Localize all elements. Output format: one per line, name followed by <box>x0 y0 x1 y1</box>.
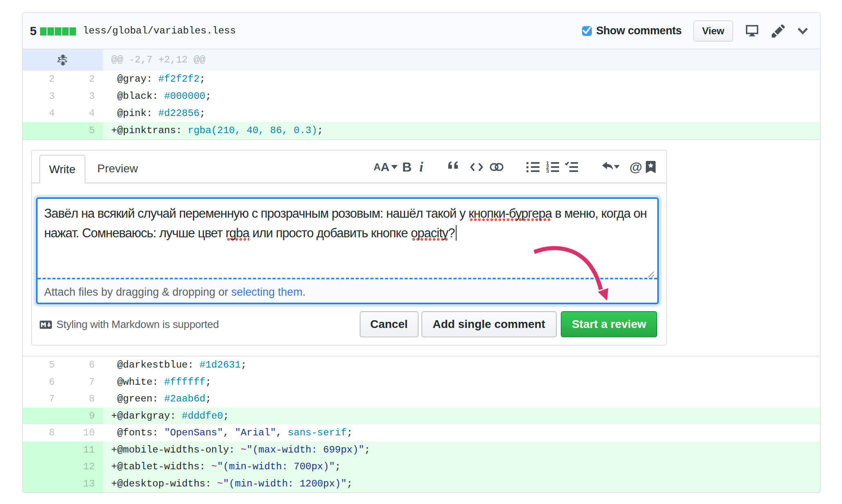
svg-text:3: 3 <box>546 168 549 173</box>
